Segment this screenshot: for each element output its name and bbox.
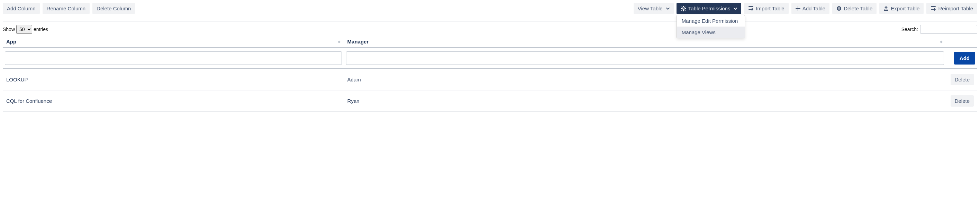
search-input[interactable] bbox=[920, 25, 977, 34]
chevron-down-icon bbox=[733, 8, 737, 9]
import-table-label: Import Table bbox=[756, 6, 784, 11]
filter-input-manager[interactable] bbox=[346, 51, 944, 65]
filter-row: Add bbox=[3, 47, 977, 69]
table-permissions-button[interactable]: Table Permissions bbox=[676, 3, 741, 14]
manage-edit-permission-item[interactable]: Manage Edit Permission bbox=[677, 15, 745, 27]
reimport-table-label: Reimport Table bbox=[938, 6, 973, 11]
toolbar: Add Column Rename Column Delete Column V… bbox=[3, 3, 977, 14]
manage-views-item[interactable]: Manage Views bbox=[677, 27, 745, 38]
show-entries: Show 50 entries bbox=[3, 25, 48, 34]
cell-app: CQL for Confluence bbox=[3, 90, 344, 112]
reimport-icon bbox=[931, 6, 936, 11]
entries-label: entries bbox=[33, 27, 48, 32]
export-table-button[interactable]: Export Table bbox=[879, 3, 924, 14]
search-box: Search: bbox=[902, 25, 977, 34]
data-table: App Manager Add LOOKUP Adam Delete CQL f… bbox=[3, 36, 977, 112]
table-permissions-label: Table Permissions bbox=[688, 6, 730, 11]
export-table-label: Export Table bbox=[891, 6, 920, 11]
import-icon bbox=[748, 6, 754, 11]
chevron-down-icon bbox=[666, 8, 670, 9]
column-header-action bbox=[946, 36, 977, 47]
plus-icon bbox=[795, 6, 800, 11]
table-permissions-menu: Manage Edit Permission Manage Views bbox=[676, 15, 745, 38]
toolbar-left: Add Column Rename Column Delete Column bbox=[3, 3, 135, 14]
delete-row-button[interactable]: Delete bbox=[951, 74, 974, 85]
column-header-manager[interactable]: Manager bbox=[344, 36, 946, 47]
delete-column-button[interactable]: Delete Column bbox=[92, 3, 135, 14]
add-column-button[interactable]: Add Column bbox=[3, 3, 40, 14]
delete-table-label: Delete Table bbox=[844, 6, 872, 11]
add-table-button[interactable]: Add Table bbox=[791, 3, 829, 14]
cell-manager: Ryan bbox=[344, 90, 946, 112]
svg-point-0 bbox=[683, 8, 684, 9]
delete-table-button[interactable]: Delete Table bbox=[832, 3, 877, 14]
filter-input-app[interactable] bbox=[5, 51, 342, 65]
table-permissions-dropdown: Table Permissions Manage Edit Permission… bbox=[676, 3, 741, 14]
gear-icon bbox=[681, 6, 686, 11]
cell-app: LOOKUP bbox=[3, 69, 344, 90]
rename-column-button[interactable]: Rename Column bbox=[43, 3, 90, 14]
reimport-table-button[interactable]: Reimport Table bbox=[926, 3, 977, 14]
export-icon bbox=[883, 6, 889, 11]
view-table-button[interactable]: View Table bbox=[633, 3, 674, 14]
column-header-app[interactable]: App bbox=[3, 36, 344, 47]
view-table-label: View Table bbox=[638, 6, 663, 11]
add-row-button[interactable]: Add bbox=[954, 52, 975, 65]
search-label: Search: bbox=[902, 27, 918, 32]
add-table-label: Add Table bbox=[802, 6, 825, 11]
divider bbox=[3, 21, 977, 21]
cell-manager: Adam bbox=[344, 69, 946, 90]
table-controls: Show 50 entries Search: bbox=[3, 25, 977, 34]
delete-row-button[interactable]: Delete bbox=[951, 95, 974, 107]
toolbar-right: View Table Table Permissions Manage Edit… bbox=[633, 3, 977, 14]
x-circle-icon bbox=[837, 6, 842, 11]
table-row: CQL for Confluence Ryan Delete bbox=[3, 90, 977, 112]
page-size-select[interactable]: 50 bbox=[16, 25, 32, 34]
table-row: LOOKUP Adam Delete bbox=[3, 69, 977, 90]
import-table-button[interactable]: Import Table bbox=[744, 3, 788, 14]
show-label: Show bbox=[3, 27, 15, 32]
